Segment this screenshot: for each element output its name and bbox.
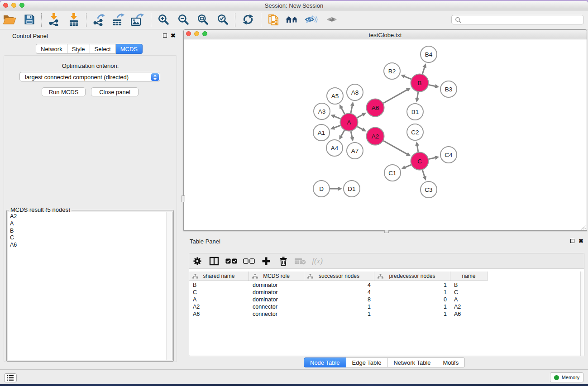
graph-edge[interactable] [429,85,435,86]
graph-node-a1[interactable]: A1 [313,124,330,141]
tab-style[interactable]: Style [67,44,90,54]
graph-node-a5[interactable]: A5 [327,88,343,104]
graph-node-b4[interactable]: B4 [421,46,437,62]
graph-node-a4[interactable]: A4 [326,140,343,156]
graph-node-c1[interactable]: C1 [384,165,401,181]
open-session-button[interactable] [1,11,18,28]
duplicate-network-button[interactable] [265,11,282,28]
import-table-button[interactable] [66,11,82,28]
graph-node-c[interactable]: C [411,152,429,170]
graph-edge[interactable] [351,131,352,138]
tab-edge-table[interactable]: Edge Table [346,357,388,367]
graph-edge[interactable] [422,170,425,177]
tab-select[interactable]: Select [90,44,116,54]
graph-edge[interactable] [351,105,352,113]
search-input[interactable] [463,16,580,24]
graph-node-b3[interactable]: B3 [440,81,457,97]
column-header-shared-name[interactable]: shared name [189,272,249,281]
hide-selected-button[interactable] [303,11,319,28]
graph-edge[interactable] [341,130,344,136]
tab-mcds[interactable]: MCDS [116,44,143,54]
close-table-panel-icon[interactable]: ✖ [578,238,583,244]
float-panel-icon[interactable] [163,33,167,38]
table-row[interactable]: Cdominator41C [189,289,580,296]
graph-node-d1[interactable]: D1 [344,181,360,197]
graph-node-b1[interactable]: B1 [407,104,423,120]
graph-node-c3[interactable]: C3 [421,181,437,198]
float-table-panel-icon[interactable] [570,239,574,243]
graph-node-a6[interactable]: A6 [367,99,384,117]
list-item[interactable]: C [8,234,166,242]
export-table-button[interactable] [110,11,126,28]
run-mcds-button[interactable]: Run MCDS [42,87,86,96]
table-row[interactable]: Adominator80A [189,296,580,303]
zoom-out-button[interactable] [175,11,191,28]
criterion-dropdown[interactable]: largest connected component (directed) [19,72,160,81]
graph-node-d[interactable]: D [313,181,330,197]
function-builder-button[interactable]: f(x) [311,254,324,268]
column-header-mcds-role[interactable]: MCDS role [249,272,304,281]
tab-node-table[interactable]: Node Table [304,357,346,367]
import-network-button[interactable] [46,11,62,28]
split-view-button[interactable] [207,254,221,268]
graph-edge[interactable] [417,92,418,99]
table-row[interactable]: A2connector11A2 [189,303,580,310]
left-resize-grip[interactable] [182,195,185,202]
deselect-all-button[interactable] [242,254,256,268]
table-row[interactable]: A6connector11A6 [189,310,580,318]
list-item[interactable]: B [8,228,166,235]
graph-node-a3[interactable]: A3 [314,103,330,119]
list-scrollbar[interactable] [166,212,172,360]
column-header-predecessor-nodes[interactable]: predecessor nodes [374,272,450,281]
graph-node-a7[interactable]: A7 [347,143,363,159]
graph-edge[interactable] [334,116,340,119]
graph-edge[interactable] [422,67,425,74]
resize-grip-icon[interactable] [580,224,586,230]
graph-edge[interactable] [383,141,407,154]
graph-edge[interactable] [404,76,411,79]
zoom-fit-button[interactable] [195,11,211,28]
column-header-successor-nodes[interactable]: successor nodes [304,272,374,281]
refresh-button[interactable] [240,11,256,28]
zoom-selected-button[interactable] [215,11,231,28]
export-network-button[interactable] [91,11,107,28]
add-column-button[interactable] [259,254,273,268]
tab-network[interactable]: Network [36,44,67,54]
memory-button[interactable]: Memory [550,372,583,382]
table-settings-button[interactable] [191,254,204,268]
zoom-in-button[interactable] [155,11,172,28]
select-all-button[interactable] [225,254,238,268]
column-header-name[interactable]: name [450,272,488,281]
graph-node-b2[interactable]: B2 [384,63,400,79]
graph-node-b[interactable]: B [411,74,429,92]
tab-motifs[interactable]: Motifs [437,357,465,367]
graph-edge[interactable] [429,157,435,159]
automation-panel-button[interactable] [4,373,17,382]
graph-node-a[interactable]: A [340,114,358,131]
graph-edge[interactable] [341,108,344,114]
graph-edge[interactable] [357,114,363,118]
network-canvas[interactable]: B4B2BB3A5A8A6A3B1AA1C2A2A4A7C4CC1C3DD1 [184,40,587,230]
table-scrollbar[interactable] [580,272,584,356]
graph-node-a8[interactable]: A8 [347,84,363,100]
delete-table-button[interactable] [293,254,307,268]
close-panel-button[interactable]: Close panel [91,87,139,96]
close-panel-icon[interactable]: ✖ [171,33,176,38]
list-item[interactable]: A6 [8,242,166,249]
first-neighbors-button[interactable] [284,11,300,28]
save-session-button[interactable] [21,11,38,28]
delete-column-button[interactable] [277,254,290,268]
list-item[interactable]: A2 [8,213,166,220]
graph-edge[interactable] [417,145,418,152]
graph-node-c2[interactable]: C2 [407,124,423,140]
graph-edge[interactable] [405,165,411,167]
graph-edge[interactable] [357,127,363,130]
graph-edge[interactable] [383,90,407,103]
graph-edge[interactable] [334,125,340,128]
tab-network-table[interactable]: Network Table [387,357,437,367]
table-row[interactable]: Bdominator41B [189,281,580,289]
graph-node-c4[interactable]: C4 [440,147,457,163]
show-all-button[interactable] [324,11,340,28]
bottom-resize-grip[interactable] [384,230,389,233]
list-item[interactable]: A [8,220,166,228]
